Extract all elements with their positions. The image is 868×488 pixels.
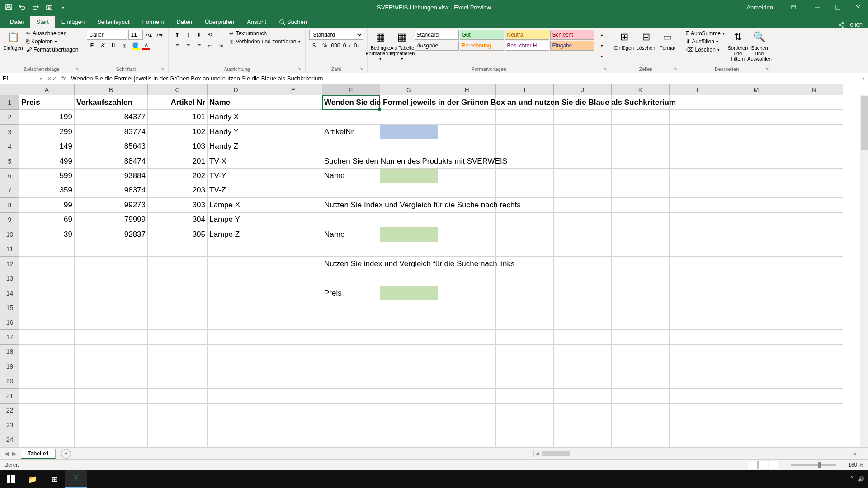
cell-A18[interactable] — [19, 344, 75, 359]
cell-L7[interactable] — [670, 183, 727, 197]
row-header-11[interactable]: 11 — [0, 242, 19, 256]
cell-E1[interactable] — [264, 95, 322, 110]
decrease-decimal-icon[interactable]: .0← — [353, 41, 363, 51]
cell-C12[interactable] — [148, 256, 208, 271]
sheet-tab-1[interactable]: Tabelle1 — [21, 449, 56, 459]
cell-F11[interactable] — [322, 242, 380, 256]
cell-N5[interactable] — [785, 154, 843, 168]
cell-H23[interactable] — [438, 418, 496, 432]
underline-button[interactable]: U — [108, 41, 118, 51]
cell-M19[interactable] — [727, 359, 785, 374]
fill-color-button[interactable]: 🪣 — [130, 41, 140, 51]
cell-I14[interactable] — [496, 286, 554, 300]
tab-file[interactable]: Datei — [4, 16, 30, 28]
conditional-formatting-button[interactable]: ▦Bedingte Formatierung▾ — [371, 30, 390, 61]
cell-A7[interactable]: 359 — [19, 183, 75, 197]
style-besucht[interactable]: Besuchter H... — [505, 41, 549, 51]
cell-B21[interactable] — [75, 389, 148, 403]
decrease-indent-icon[interactable]: ⇤ — [205, 41, 215, 51]
cell-N1[interactable] — [785, 95, 843, 110]
vertical-scrollbar[interactable] — [860, 95, 868, 447]
horizontal-scrollbar[interactable]: ◀ ▶ — [533, 450, 859, 457]
cell-G23[interactable] — [380, 418, 438, 432]
styles-more-icon[interactable]: ▾ — [597, 52, 607, 61]
cell-D6[interactable]: TV-Y — [208, 169, 264, 183]
row-header-6[interactable]: 6 — [0, 169, 19, 183]
cell-L14[interactable] — [670, 286, 727, 300]
cell-D14[interactable] — [208, 286, 264, 300]
cell-L4[interactable] — [670, 139, 727, 154]
accept-formula-icon[interactable]: ✓ — [52, 75, 57, 82]
styles-scroll-down-icon[interactable]: ▾ — [597, 41, 607, 51]
cell-G9[interactable] — [380, 212, 438, 227]
cell-C1[interactable]: Artikel Nr — [148, 95, 208, 110]
fill-button[interactable]: ⬇Ausfüllen▾ — [685, 38, 726, 45]
column-header-C[interactable]: C — [148, 84, 208, 95]
cell-E16[interactable] — [264, 315, 322, 329]
row-header-12[interactable]: 12 — [0, 256, 19, 271]
row-header-16[interactable]: 16 — [0, 315, 19, 329]
cell-F4[interactable] — [322, 139, 380, 154]
cell-D8[interactable]: Lampe X — [208, 198, 264, 212]
cell-G11[interactable] — [380, 242, 438, 256]
cell-K12[interactable] — [612, 256, 670, 271]
cell-D24[interactable] — [208, 432, 264, 447]
cell-G24[interactable] — [380, 432, 438, 447]
style-berechnung[interactable]: Berechnung — [460, 41, 504, 51]
cell-C6[interactable]: 202 — [148, 169, 208, 183]
cell-E4[interactable] — [264, 139, 322, 154]
cell-F18[interactable] — [322, 344, 380, 359]
format-as-table-button[interactable]: ▦Als Tabelle formatieren▾ — [393, 30, 412, 61]
cell-B11[interactable] — [75, 242, 148, 256]
row-header-13[interactable]: 13 — [0, 271, 19, 286]
cell-F10[interactable]: Name — [322, 227, 380, 242]
cell-J14[interactable] — [554, 286, 612, 300]
cell-D4[interactable]: Handy Z — [208, 139, 264, 154]
cell-J5[interactable] — [554, 154, 612, 168]
cell-D23[interactable] — [208, 418, 264, 432]
delete-cells-button[interactable]: ⊟Löschen — [637, 30, 656, 51]
cell-M9[interactable] — [727, 212, 785, 227]
cell-F22[interactable] — [322, 403, 380, 418]
cell-M6[interactable] — [727, 169, 785, 183]
cell-K3[interactable] — [612, 124, 670, 139]
cell-J10[interactable] — [554, 227, 612, 242]
cell-B15[interactable] — [75, 300, 148, 315]
cell-A10[interactable]: 39 — [19, 227, 75, 242]
cell-J22[interactable] — [554, 403, 612, 418]
tab-data[interactable]: Daten — [170, 16, 198, 28]
cell-A20[interactable] — [19, 374, 75, 388]
cell-A5[interactable]: 499 — [19, 154, 75, 168]
cell-J16[interactable] — [554, 315, 612, 329]
cell-H7[interactable] — [438, 183, 496, 197]
cell-L8[interactable] — [670, 198, 727, 212]
cell-G17[interactable] — [380, 330, 438, 344]
cell-B22[interactable] — [75, 403, 148, 418]
file-explorer-icon[interactable]: 📁 — [22, 470, 43, 488]
cell-I24[interactable] — [496, 432, 554, 447]
cell-J13[interactable] — [554, 271, 612, 286]
cell-K22[interactable] — [612, 403, 670, 418]
tab-search[interactable]: Suchen — [273, 16, 313, 28]
format-cells-button[interactable]: ▭Format — [658, 30, 677, 51]
name-box[interactable]: F1 ▾ — [0, 73, 45, 84]
cell-E18[interactable] — [264, 344, 322, 359]
cell-N6[interactable] — [785, 169, 843, 183]
cell-E23[interactable] — [264, 418, 322, 432]
cell-C17[interactable] — [148, 330, 208, 344]
cell-B17[interactable] — [75, 330, 148, 344]
cell-L23[interactable] — [670, 418, 727, 432]
row-header-3[interactable]: 3 — [0, 124, 19, 139]
cell-F16[interactable] — [322, 315, 380, 329]
cell-E10[interactable] — [264, 227, 322, 242]
row-header-19[interactable]: 19 — [0, 359, 19, 374]
cell-E12[interactable] — [264, 256, 322, 271]
cell-G14[interactable] — [380, 286, 438, 300]
fx-icon[interactable]: fx — [59, 75, 68, 82]
cell-A23[interactable] — [19, 418, 75, 432]
cell-M3[interactable] — [727, 124, 785, 139]
styles-scroll-up-icon[interactable]: ▴ — [597, 30, 607, 40]
close-button[interactable] — [848, 0, 868, 14]
cell-K10[interactable] — [612, 227, 670, 242]
row-header-17[interactable]: 17 — [0, 330, 19, 344]
